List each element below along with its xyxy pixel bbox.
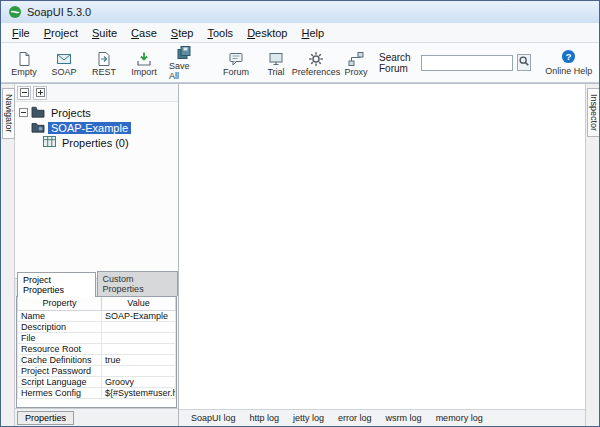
search-forum-button[interactable] [517,54,531,71]
toolbar-button-label: Preferences [292,67,341,77]
menu-help[interactable]: Help [295,25,332,41]
soap-project-button[interactable]: SOAP [45,45,83,81]
properties-toggle-button[interactable]: Properties [17,411,74,425]
tree-properties-label: Properties (0) [59,137,132,149]
project-tree: Projects SOAP-Example Properties (0) [15,102,178,278]
property-cell: Script Language [18,376,102,387]
rest-project-icon [96,49,112,67]
menu-tools[interactable]: Tools [200,25,240,41]
tree-properties-row[interactable]: Properties (0) [19,135,178,150]
menu-file[interactable]: File [5,25,37,41]
inspector-strip: Inspector [585,84,599,426]
property-cell: Hermes Config [18,387,102,398]
value-cell[interactable]: SOAP-Example [102,310,176,321]
menu-desktop[interactable]: Desktop [240,25,294,41]
table-row[interactable]: Cache Definitions true [18,354,176,365]
log-tab-wsrm[interactable]: wsrm log [380,412,428,424]
projects-folder-icon [31,106,45,120]
expand-all-icon [36,85,45,100]
collapse-all-button[interactable] [17,86,31,100]
desktop-content[interactable] [179,84,585,409]
table-row[interactable]: Name SOAP-Example [18,310,176,321]
value-cell[interactable] [102,321,176,332]
trial-button[interactable]: Trial [257,45,295,81]
menu-step[interactable]: Step [164,25,201,41]
save-all-button[interactable]: Save All [165,45,203,81]
rest-project-button[interactable]: REST [85,45,123,81]
property-cell: Resource Root [18,343,102,354]
properties-table: Property Value Name SOAP-Example Descrip… [17,297,176,399]
collapse-handle-icon[interactable] [19,108,28,117]
properties-table-wrap: Property Value Name SOAP-Example Descrip… [16,296,177,408]
online-help-button[interactable]: ? Online Help [543,49,595,76]
table-row[interactable]: Description [18,321,176,332]
properties-section: Project Properties Custom Properties Pro… [15,278,178,408]
property-cell: Project Password [18,365,102,376]
tree-project-label[interactable]: SOAP-Example [48,122,131,134]
properties-tabs: Project Properties Custom Properties [15,279,178,296]
forum-button[interactable]: Forum [217,45,255,81]
desktop-area: SoapUI log http log jetty log error log … [179,84,585,426]
forum-icon [228,49,244,67]
tab-custom-properties[interactable]: Custom Properties [97,271,178,296]
empty-project-icon [16,49,32,67]
navigator-tab[interactable]: Navigator [2,88,15,139]
property-cell: Cache Definitions [18,354,102,365]
toolbar-button-label: Save All [169,61,199,81]
window-title: SoapUI 5.3.0 [27,6,91,18]
soap-project-icon [56,49,72,67]
log-tab-bar: SoapUI log http log jetty log error log … [179,409,585,426]
soapui-window: SoapUI 5.3.0 File Project Suite Case Ste… [0,0,600,427]
search-icon [518,55,530,70]
inspector-tab[interactable]: Inspector [587,88,600,137]
value-cell[interactable]: true [102,354,176,365]
tab-project-properties[interactable]: Project Properties [17,272,96,297]
collapse-all-icon [20,85,29,100]
main-toolbar: Empty SOAP REST Import Save All [1,43,599,83]
toolbar-button-label: REST [92,67,116,77]
table-row[interactable]: Resource Root [18,343,176,354]
column-header-value[interactable]: Value [102,297,176,310]
tree-root-row[interactable]: Projects [19,105,178,120]
toolbar-button-label: Proxy [344,67,367,77]
properties-table-icon [43,136,56,149]
import-project-button[interactable]: Import [125,45,163,81]
table-row[interactable]: Script Language Groovy [18,376,176,387]
proxy-button[interactable]: Proxy [337,45,375,81]
expand-all-button[interactable] [33,86,47,100]
preferences-button[interactable]: Preferences [297,45,335,81]
log-tab-http[interactable]: http log [244,412,286,424]
table-row[interactable]: Project Password [18,365,176,376]
title-bar: SoapUI 5.3.0 [1,1,599,23]
table-row[interactable]: Hermes Config ${#System#user.ho... [18,387,176,398]
import-project-icon [136,49,152,67]
menu-case[interactable]: Case [124,25,164,41]
panel-bottom-bar: Properties [15,408,178,426]
value-cell[interactable] [102,332,176,343]
search-forum-area: Search Forum [379,52,531,74]
value-cell[interactable]: ${#System#user.ho... [102,387,176,398]
online-help-label: Online Help [545,66,592,76]
log-tab-soapui[interactable]: SoapUI log [185,412,242,424]
menu-suite[interactable]: Suite [85,25,124,41]
navigator-panel: Projects SOAP-Example Properties (0) [15,84,179,426]
value-cell[interactable]: Groovy [102,376,176,387]
log-tab-jetty[interactable]: jetty log [287,412,330,424]
table-row[interactable]: File [18,332,176,343]
property-cell: Description [18,321,102,332]
toolbar-button-label: Empty [11,67,37,77]
navigator-strip: Navigator [1,84,15,426]
empty-project-button[interactable]: Empty [5,45,43,81]
log-tab-error[interactable]: error log [332,412,378,424]
log-tab-memory[interactable]: memory log [430,412,489,424]
menu-project[interactable]: Project [37,25,85,41]
column-header-property[interactable]: Property [18,297,102,310]
value-cell[interactable] [102,343,176,354]
search-forum-input[interactable] [421,55,513,71]
tree-project-row[interactable]: SOAP-Example [19,120,178,135]
save-all-icon [176,45,192,61]
tree-root-label: Projects [48,107,94,119]
value-cell[interactable] [102,365,176,376]
toolbar-button-label: Forum [223,67,249,77]
preferences-gear-icon [308,49,324,67]
